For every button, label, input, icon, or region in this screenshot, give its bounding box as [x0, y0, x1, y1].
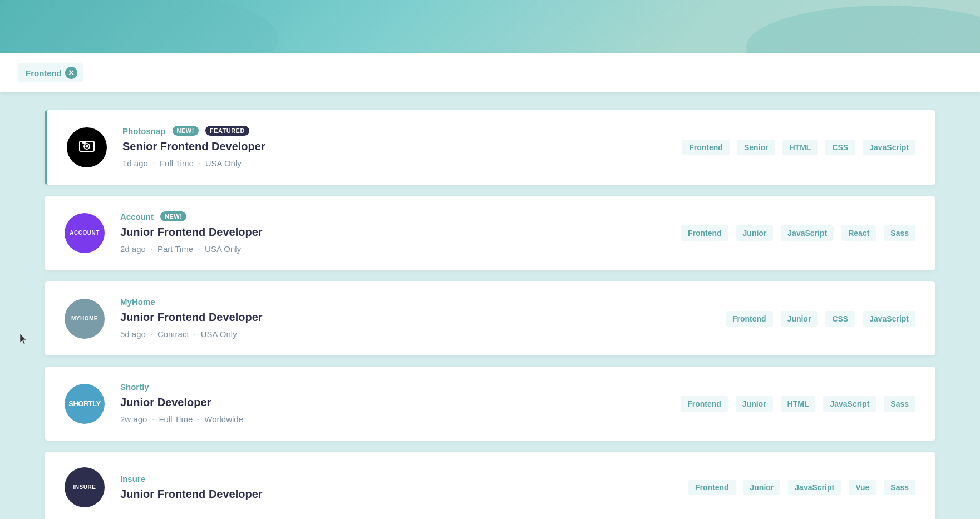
tag-junior-3[interactable]: Junior [736, 396, 773, 412]
job-tags-photosnap: Frontend Senior HTML CSS JavaScript [682, 140, 915, 155]
badge-featured-photosnap: FEATURED [205, 126, 249, 136]
job-card-account[interactable]: ACCOUNT Account NEW! Junior Frontend Dev… [45, 196, 935, 270]
tag-frontend-2[interactable]: Frontend [726, 311, 773, 327]
job-meta-photosnap: Photosnap NEW! FEATURED [122, 126, 667, 136]
tag-frontend-3[interactable]: Frontend [681, 396, 728, 412]
tag-sass-4[interactable]: Sass [884, 480, 915, 495]
job-meta-account: Account NEW! [120, 211, 666, 221]
job-title-shortly[interactable]: Junior Developer [120, 396, 665, 409]
logo-text-shortly: shortly [68, 399, 100, 408]
dot2: · [198, 157, 201, 169]
type-shortly: Full Time [159, 414, 193, 424]
job-meta-insure: Insure [120, 474, 673, 483]
filter-tag-frontend[interactable]: Frontend ✕ [18, 63, 83, 82]
job-tags-account: Frontend Junior JavaScript React Sass [681, 225, 915, 241]
company-name-insure: Insure [120, 474, 145, 483]
job-title-myhome[interactable]: Junior Frontend Developer [120, 311, 710, 324]
company-logo-photosnap [67, 127, 107, 167]
tag-junior-4[interactable]: Junior [743, 480, 781, 495]
tag-sass-3[interactable]: Sass [884, 396, 915, 412]
job-title-account[interactable]: Junior Frontend Developer [120, 226, 666, 239]
tag-javascript-2[interactable]: JavaScript [863, 311, 915, 327]
company-name-photosnap: Photosnap [122, 126, 166, 136]
svg-rect-3 [82, 141, 86, 144]
tag-javascript-0[interactable]: JavaScript [863, 140, 915, 155]
job-details-shortly: 2w ago · Full Time · Worldwide [120, 413, 665, 425]
company-logo-account: ACCOUNT [65, 213, 105, 253]
tag-html-3[interactable]: HTML [781, 396, 816, 412]
type-myhome: Contract [157, 329, 189, 339]
tag-javascript-3[interactable]: JavaScript [823, 396, 876, 412]
job-info-insure: Insure Junior Frontend Developer [120, 474, 673, 501]
job-meta-shortly: Shortly [120, 382, 665, 392]
tag-javascript-4[interactable]: JavaScript [788, 480, 841, 495]
logo-text-insure: INSURE [73, 484, 96, 491]
filter-tag-label: Frontend [26, 68, 62, 78]
job-details-myhome: 5d ago · Contract · USA Only [120, 328, 710, 340]
company-name-shortly: Shortly [120, 382, 149, 392]
badge-new-photosnap: NEW! [173, 126, 199, 136]
dot1: · [152, 157, 155, 169]
company-name-account: Account [120, 212, 154, 221]
tag-html-0[interactable]: HTML [782, 140, 818, 155]
job-info-shortly: Shortly Junior Developer 2w ago · Full T… [120, 382, 665, 425]
job-card-myhome[interactable]: MYHOME MyHome Junior Frontend Developer … [45, 281, 935, 355]
job-info-account: Account NEW! Junior Frontend Developer 2… [120, 211, 666, 255]
posted-shortly: 2w ago [120, 414, 147, 424]
location-myhome: USA Only [201, 329, 237, 339]
job-title-photosnap[interactable]: Senior Frontend Developer [122, 140, 667, 153]
logo-text-myhome: MYHOME [71, 315, 98, 322]
job-meta-myhome: MyHome [120, 297, 710, 307]
job-details-photosnap: 1d ago · Full Time · USA Only [122, 157, 667, 169]
posted-account: 2d ago [120, 244, 146, 254]
company-logo-shortly: shortly [65, 384, 105, 424]
filter-bar: Frontend ✕ [0, 53, 980, 92]
type-account: Part Time [157, 244, 193, 254]
tag-javascript-1[interactable]: JavaScript [781, 225, 834, 241]
logo-text-account: ACCOUNT [70, 230, 100, 236]
location-shortly: Worldwide [204, 414, 243, 424]
job-info-myhome: MyHome Junior Frontend Developer 5d ago … [120, 297, 710, 340]
job-tags-shortly: Frontend Junior HTML JavaScript Sass [681, 396, 915, 412]
tag-sass-1[interactable]: Sass [884, 225, 915, 241]
tag-frontend-0[interactable]: Frontend [682, 140, 730, 155]
job-tags-insure: Frontend Junior JavaScript Vue Sass [688, 480, 915, 495]
job-card-photosnap[interactable]: Photosnap NEW! FEATURED Senior Frontend … [45, 110, 935, 185]
tag-css-2[interactable]: CSS [825, 311, 855, 327]
job-info-photosnap: Photosnap NEW! FEATURED Senior Frontend … [122, 126, 667, 169]
filter-tag-remove-button[interactable]: ✕ [65, 67, 77, 79]
header-background [0, 0, 980, 53]
job-tags-myhome: Frontend Junior CSS JavaScript [726, 311, 915, 327]
tag-senior-0[interactable]: Senior [737, 140, 775, 155]
company-name-myhome: MyHome [120, 297, 155, 307]
job-details-account: 2d ago · Part Time · USA Only [120, 243, 666, 255]
tag-frontend-1[interactable]: Frontend [681, 225, 728, 241]
posted-photosnap: 1d ago [122, 159, 148, 168]
job-card-shortly[interactable]: shortly Shortly Junior Developer 2w ago … [45, 367, 935, 441]
tag-vue-4[interactable]: Vue [849, 480, 876, 495]
job-listings: Photosnap NEW! FEATURED Senior Frontend … [0, 92, 980, 519]
posted-myhome: 5d ago [120, 329, 146, 339]
company-logo-myhome: MYHOME [65, 299, 105, 339]
location-account: USA Only [205, 244, 241, 254]
company-logo-insure: INSURE [65, 467, 105, 507]
svg-point-4 [86, 145, 88, 148]
job-card-insure[interactable]: INSURE Insure Junior Frontend Developer … [45, 452, 935, 519]
tag-frontend-4[interactable]: Frontend [688, 480, 736, 495]
badge-new-account: NEW! [160, 211, 186, 221]
tag-css-0[interactable]: CSS [825, 140, 855, 155]
job-title-insure[interactable]: Junior Frontend Developer [120, 488, 673, 501]
location-photosnap: USA Only [205, 159, 242, 168]
tag-junior-2[interactable]: Junior [781, 311, 818, 327]
tag-junior-1[interactable]: Junior [736, 225, 774, 241]
tag-react-1[interactable]: React [841, 225, 876, 241]
type-photosnap: Full Time [160, 159, 194, 168]
